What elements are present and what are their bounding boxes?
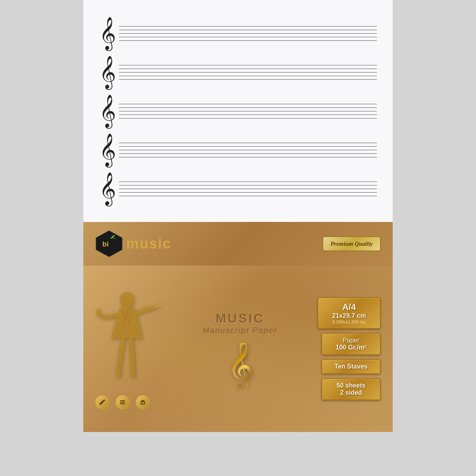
size-info-box: A/4 21x29.7 cm 8,268x11,693 inç: [317, 297, 381, 329]
staff-lines-4: [119, 140, 377, 161]
premium-quality-text: Premium Quality: [330, 241, 373, 247]
staves-label: Ten Staves: [328, 363, 374, 370]
cover-left: [95, 288, 163, 409]
staff-row: 𝄞: [99, 174, 377, 203]
treble-clef-4: 𝄞: [99, 136, 115, 164]
staff-line: [119, 72, 377, 73]
staff-lines-3: [119, 101, 377, 122]
cover-section: MUSIC Manuscript Paper 𝄞 A/4 21x29.7 cm …: [83, 266, 393, 432]
staff-line: [119, 196, 377, 196]
staff-line: [119, 146, 377, 147]
lines-icon-circle: [115, 395, 130, 409]
staff-line: [119, 26, 377, 27]
staff-line: [119, 69, 377, 69]
staff-row: 𝄞: [99, 58, 377, 86]
sheets-info-box: 50 sheets 2 sided: [321, 378, 381, 400]
printer-icon: [139, 399, 146, 406]
staff-line: [119, 30, 377, 30]
staff-line: [119, 65, 377, 65]
svg-marker-0: [96, 231, 122, 257]
staff-line: [119, 76, 377, 76]
staff-section: 𝄞 𝄞 𝄞: [83, 0, 393, 222]
staff-line: [119, 79, 377, 80]
staff-lines-2: [119, 62, 377, 83]
treble-clef-1: 𝄞: [99, 19, 115, 48]
treble-clef-2: 𝄞: [99, 58, 115, 86]
svg-point-2: [120, 292, 134, 308]
staff-row: 𝄞: [99, 19, 377, 48]
sided-label: 2 sided: [328, 389, 374, 396]
staff-line: [119, 157, 377, 157]
lines-icon: [119, 399, 126, 406]
logo-music-text: music: [126, 235, 171, 252]
staff-line: [119, 40, 377, 41]
printer-icon-circle: [136, 395, 150, 409]
size-cm: 21x29.7 cm: [324, 312, 374, 319]
staff-line: [119, 192, 377, 193]
staff-line: [119, 182, 377, 182]
paper-label: Paper: [328, 337, 374, 344]
brand-bar: bi music Premium Quality: [83, 222, 393, 266]
staff-line: [119, 33, 377, 34]
size-inch: 8,268x11,693 inç: [324, 319, 374, 324]
cover-center: MUSIC Manuscript Paper 𝄞: [163, 311, 317, 386]
staff-row: 𝄞: [99, 97, 377, 125]
staff-line: [119, 104, 377, 104]
bottom-icons: [95, 395, 150, 409]
staff-line: [119, 153, 377, 154]
staff-line: [119, 189, 377, 189]
paper-info-box: Paper 100 Gr./m²: [321, 333, 381, 355]
golden-clef: 𝄞: [227, 343, 253, 386]
treble-clef-3: 𝄞: [99, 97, 115, 125]
cover-title: MUSIC Manuscript Paper: [203, 311, 278, 335]
size-label: A/4: [324, 302, 374, 312]
sheets-label: 50 sheets: [328, 382, 374, 389]
staff-line: [119, 37, 377, 37]
logo-container: bi music: [95, 230, 171, 258]
staff-lines-1: [119, 23, 377, 44]
cover-right: A/4 21x29.7 cm 8,268x11,693 inç Paper 10…: [317, 297, 381, 400]
conductor-illustration: [95, 288, 163, 387]
pencil-icon-circle: [95, 395, 109, 409]
paper-weight: 100 Gr./m²: [328, 344, 374, 351]
staff-line: [119, 111, 377, 111]
staff-line: [119, 185, 377, 185]
svg-rect-9: [141, 403, 144, 404]
cover-title-main: MUSIC: [203, 311, 278, 326]
svg-text:bi: bi: [102, 240, 109, 248]
staff-line: [119, 118, 377, 119]
premium-quality-badge: Premium Quality: [322, 236, 381, 251]
staff-line: [119, 143, 377, 143]
cover-title-sub: Manuscript Paper: [203, 326, 278, 335]
staves-info-box: Ten Staves: [321, 359, 381, 374]
bi-logo-diamond: bi: [95, 230, 123, 258]
svg-rect-8: [141, 400, 144, 402]
staff-line: [119, 150, 377, 150]
staff-lines-5: [119, 178, 377, 199]
staff-line: [119, 115, 377, 115]
main-container: 𝄞 𝄞 𝄞: [83, 0, 393, 432]
staff-line: [119, 107, 377, 108]
staff-row: 𝄞: [99, 136, 377, 164]
pencil-icon: [99, 399, 106, 406]
treble-clef-5: 𝄞: [99, 174, 115, 203]
